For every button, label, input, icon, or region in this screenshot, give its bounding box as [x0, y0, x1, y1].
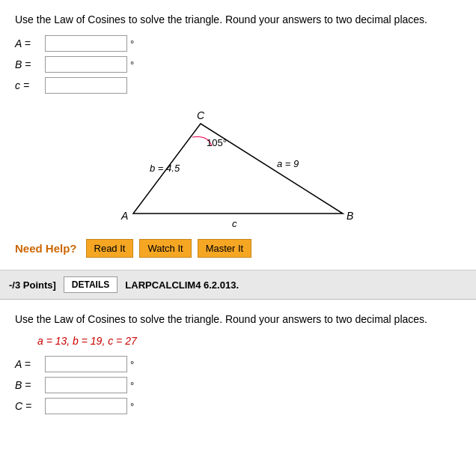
field-C2[interactable]	[45, 398, 127, 414]
details-badge: DETAILS	[64, 276, 118, 293]
label-B2: B =	[15, 379, 45, 391]
degree-B2: °	[130, 380, 134, 391]
input-row-B2: B = °	[15, 377, 461, 393]
read-it-button[interactable]: Read It	[86, 239, 134, 258]
need-help-section: Need Help? Read It Watch It Master It	[15, 239, 461, 258]
degree-A2: °	[130, 359, 134, 370]
field-B2[interactable]	[45, 377, 127, 393]
watch-it-button[interactable]: Watch It	[139, 239, 191, 258]
side-b-label: b = 4.5	[150, 163, 180, 174]
vertex-B-label: B	[347, 210, 353, 222]
label-A2: A =	[15, 358, 45, 370]
degree-C2: °	[130, 401, 134, 412]
side-c-label: c	[232, 218, 237, 229]
given-text: a = 13, b = 19, c = 27	[37, 335, 137, 347]
input-row-A: A = °	[15, 35, 461, 52]
field-A[interactable]	[45, 35, 127, 52]
input-row-A2: A = °	[15, 356, 461, 372]
label-C2: C =	[15, 400, 45, 412]
degree-A: °	[130, 38, 134, 49]
section-1: Use the Law of Cosines to solve the tria…	[0, 0, 476, 270]
degree-B: °	[130, 59, 134, 70]
given-values: a = 13, b = 19, c = 27	[37, 335, 461, 347]
instructions-2: Use the Law of Cosines to solve the tria…	[15, 312, 461, 327]
field-B[interactable]	[45, 56, 127, 73]
field-c[interactable]	[45, 77, 127, 94]
need-help-label: Need Help?	[15, 242, 77, 255]
triangle-diagram: C A B 105° b = 4.5 a = 9 c	[15, 109, 461, 228]
triangle-svg: C A B 105° b = 4.5 a = 9 c	[111, 109, 365, 228]
label-c: c =	[15, 79, 45, 91]
angle-label: 105°	[207, 137, 227, 148]
vertex-C-label: C	[197, 109, 205, 121]
details-bar: -/3 Points] DETAILS LARPCALCLIM4 6.2.013…	[0, 270, 476, 300]
points-label: -/3 Points]	[9, 279, 56, 291]
input-row-C2: C = °	[15, 398, 461, 414]
field-A2[interactable]	[45, 356, 127, 372]
label-B: B =	[15, 58, 45, 70]
instructions-1: Use the Law of Cosines to solve the tria…	[15, 12, 461, 28]
input-row-B: B = °	[15, 56, 461, 73]
problem-id: LARPCALCLIM4 6.2.013.	[125, 279, 239, 291]
vertex-A-label: A	[120, 210, 128, 222]
input-row-c: c =	[15, 77, 461, 94]
side-a-label: a = 9	[277, 158, 299, 169]
section-2: Use the Law of Cosines to solve the tria…	[0, 300, 476, 431]
label-A: A =	[15, 37, 45, 49]
master-it-button[interactable]: Master It	[198, 239, 252, 258]
